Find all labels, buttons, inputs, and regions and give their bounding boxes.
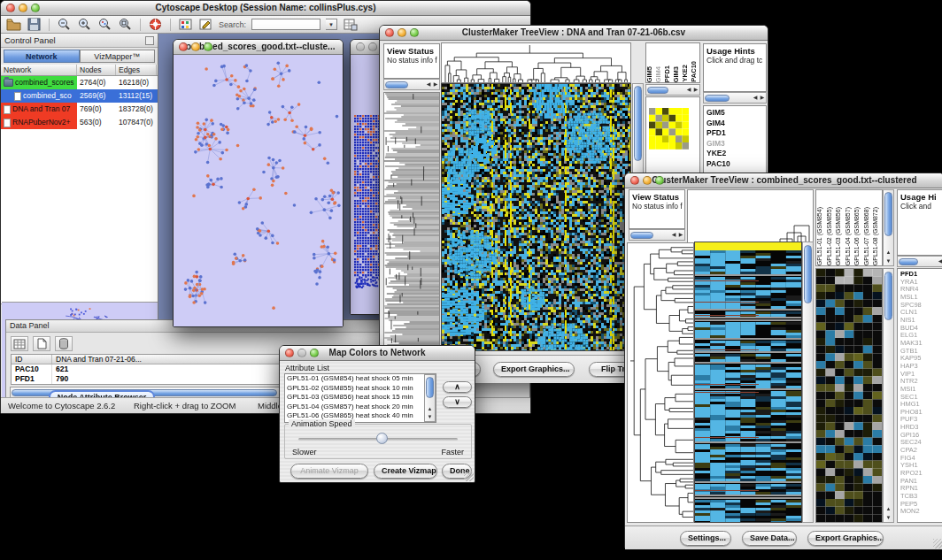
zoom-in-icon[interactable] — [77, 18, 92, 31]
gene-label[interactable]: GIM5 — [706, 108, 766, 119]
minimize-button[interactable] — [368, 42, 377, 51]
network-list-item[interactable]: RNAPuberNov2+ 563(0) 107847(0) — [1, 116, 158, 129]
mini-heatmap-canvas[interactable] — [816, 269, 882, 522]
column-label[interactable]: GPL51-02 (GSM855) — [826, 207, 836, 265]
scroll-right-icon[interactable]: ▶ — [677, 230, 684, 240]
column-dendrogram-canvas[interactable] — [688, 190, 813, 244]
network-list-item[interactable]: combined_sco 2569(6) 13112(15) — [1, 89, 158, 103]
treeview1-titlebar[interactable]: ClusterMaker TreeView : DNA and Tran 07-… — [380, 26, 768, 41]
close-button[interactable] — [179, 42, 188, 51]
column-dendrogram-panel[interactable] — [687, 189, 814, 245]
resize-grip[interactable] — [933, 539, 942, 548]
gene-label[interactable]: YKE2 — [706, 149, 766, 159]
attribute-list-item[interactable]: GPL51-04 (GSM857) heat shock 20 min — [285, 403, 436, 412]
usage-hints-scrollbar[interactable]: ◀ — [897, 256, 942, 267]
mini-heatmap-panel[interactable] — [815, 268, 883, 523]
col-nodes[interactable]: Nodes — [77, 65, 116, 75]
settings-button[interactable]: Settings... — [680, 531, 731, 546]
zoom-fit-icon[interactable] — [118, 18, 133, 31]
attribute-list[interactable]: GPL51-01 (GSM854) heat shock 05 minGPL51… — [284, 373, 436, 423]
gene-label[interactable]: GIM4 — [706, 119, 766, 129]
attribute-table-icon[interactable] — [343, 18, 358, 31]
cytoscape-titlebar[interactable]: Cytoscape Desktop (Session Name: collins… — [1, 1, 530, 16]
move-down-button[interactable]: ∨ — [443, 396, 472, 408]
vizmapper-icon[interactable] — [178, 18, 193, 31]
minimize-button[interactable] — [297, 349, 306, 357]
column-label[interactable]: GPL51-07 (GSM868) — [863, 207, 873, 265]
view-status-scrollbar[interactable]: ◀ ▶ — [629, 229, 685, 241]
row-dendrogram-canvas[interactable] — [628, 243, 693, 522]
scroll-down-icon[interactable]: ▼ — [425, 414, 435, 419]
gene-label[interactable]: GIM3 — [706, 139, 766, 150]
heatmap-canvas[interactable] — [442, 84, 630, 350]
col-edges[interactable]: Edges — [116, 65, 157, 75]
column-label[interactable]: GPL51-06 (GSM865) — [853, 207, 863, 265]
annotation-icon[interactable] — [198, 18, 213, 31]
close-button[interactable] — [6, 4, 15, 12]
network-list-item[interactable]: combined_scores 2764(0) 16218(0) — [1, 76, 158, 89]
column-dendrogram-canvas[interactable] — [442, 43, 630, 82]
control-panel-tab[interactable]: Network — [4, 50, 80, 63]
close-button[interactable] — [630, 176, 639, 185]
col-attribute[interactable]: DNA and Tran 07-21-06... — [52, 355, 302, 364]
gene-label[interactable]: PFD1 — [706, 128, 766, 139]
close-button[interactable] — [385, 28, 394, 37]
heatmap-vscrollbar[interactable] — [802, 242, 814, 523]
open-file-icon[interactable] — [6, 18, 21, 31]
mini-hscrollbar[interactable]: ◀ ▶ — [645, 84, 700, 96]
close-button[interactable] — [356, 42, 365, 51]
col-network[interactable]: Network — [1, 65, 77, 75]
column-labels-vscrollbar[interactable]: ▲ ▼ — [883, 189, 894, 266]
column-label[interactable]: GPL51-03 (GSM856) — [835, 207, 845, 265]
attribute-list-scrollbar[interactable]: ▲ ▼ — [424, 374, 436, 422]
scroll-left-icon[interactable]: ◀ — [937, 257, 942, 266]
zoom-button[interactable] — [204, 42, 212, 51]
save-icon[interactable] — [27, 18, 42, 31]
minimize-button[interactable] — [398, 28, 406, 37]
network-view-titlebar[interactable]: combined_scores_good.txt--cluste... — [174, 40, 343, 55]
zoom-out-icon[interactable] — [57, 18, 72, 31]
search-input[interactable] — [251, 19, 320, 30]
column-dendrogram-panel[interactable] — [441, 42, 631, 83]
attribute-list-item[interactable]: GPL51-02 (GSM855) heat shock 10 min — [285, 384, 436, 394]
mini-heatmap-vscrollbar[interactable]: ▲ ▼ — [883, 268, 894, 523]
control-panel-tab[interactable]: VizMapper™ — [80, 50, 156, 63]
column-label[interactable]: GPL51-08 (GSM872) — [872, 207, 882, 265]
network-list-item[interactable]: DNA and Tran 07 769(0) 183728(0) — [1, 103, 158, 116]
network-canvas[interactable] — [174, 55, 343, 326]
animation-speed-slider[interactable] — [298, 438, 458, 441]
float-panel-icon[interactable] — [145, 36, 154, 45]
mini-heatmap-canvas[interactable] — [649, 108, 689, 150]
scroll-down-icon[interactable]: ▼ — [884, 258, 893, 264]
zoom-button[interactable] — [310, 349, 319, 357]
resize-grip[interactable] — [464, 472, 474, 481]
delete-attribute-icon[interactable] — [55, 336, 73, 351]
select-attributes-icon[interactable] — [11, 336, 28, 351]
export-graphics-button[interactable]: Export Graphics... — [807, 531, 884, 546]
column-label[interactable]: GPL51-01 (GSM854) — [816, 207, 826, 265]
gene-label[interactable]: MON2 — [900, 508, 942, 516]
scroll-left-icon[interactable]: ◀ — [425, 80, 432, 89]
export-graphics-button[interactable]: Export Graphics... — [493, 362, 575, 377]
attribute-list-item[interactable]: GPL51-03 (GSM856) heat shock 15 min — [285, 393, 436, 403]
minimize-button[interactable] — [19, 4, 27, 12]
slider-thumb[interactable] — [376, 433, 388, 444]
scroll-left-icon[interactable]: ◀ — [670, 230, 677, 240]
gene-label-list[interactable]: PFD1YRA1RNR4MSL1SPC98CLN1NIS1BUD4ELG1MAK… — [897, 268, 942, 523]
scroll-down-icon[interactable]: ▼ — [884, 515, 893, 520]
heatmap-panel[interactable] — [694, 242, 802, 523]
dialog-titlebar[interactable]: Map Colors to Network — [280, 346, 475, 361]
row-dendrogram-panel[interactable] — [383, 92, 440, 351]
scroll-up-icon[interactable]: ▲ — [425, 406, 435, 411]
zoom-button[interactable] — [410, 28, 419, 37]
column-label[interactable]: PAC10 — [691, 61, 699, 82]
search-dropdown-arrow[interactable]: ▼ — [326, 19, 337, 30]
scroll-right-icon[interactable]: ▶ — [692, 85, 699, 95]
scroll-left-icon[interactable]: ◀ — [752, 93, 759, 103]
treeview2-titlebar[interactable]: ClusterMaker TreeView : combined_scores_… — [625, 173, 942, 188]
col-id[interactable]: ID — [12, 355, 52, 364]
attribute-row[interactable]: PAC10621 — [12, 364, 302, 374]
view-status-scrollbar[interactable]: ◀ ▶ — [383, 79, 440, 90]
column-label[interactable]: GPL51-04 (GSM857) — [845, 207, 854, 265]
attribute-row[interactable]: PFD1790 — [12, 374, 302, 384]
